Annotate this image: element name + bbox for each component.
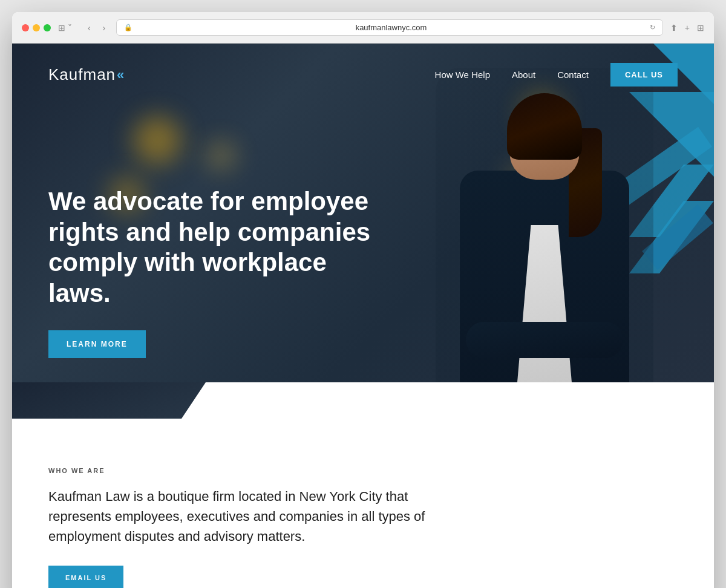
grid-button[interactable]: ⊞ <box>697 23 704 33</box>
call-us-button[interactable]: CALL US <box>610 63 678 87</box>
site-logo[interactable]: Kaufman « <box>48 65 124 84</box>
learn-more-button[interactable]: LEARN MORE <box>48 330 146 358</box>
sidebar-toggle-button[interactable]: ⊞ ˅ <box>58 23 72 33</box>
new-tab-button[interactable]: + <box>685 23 690 33</box>
bokeh-light-1 <box>133 116 182 165</box>
address-bar[interactable]: 🔒 kaufmanlawnyc.com ↻ <box>116 19 663 36</box>
url-display: kaufmanlawnyc.com <box>137 23 645 32</box>
dot-close[interactable] <box>22 24 29 31</box>
hero-headline: We advocate for employee rights and help… <box>48 186 387 309</box>
nav-how-we-help[interactable]: How We Help <box>435 70 490 80</box>
navigation: Kaufman « How We Help About Contact CALL… <box>12 44 714 106</box>
browser-dots <box>22 24 51 31</box>
share-button[interactable]: ⬆ <box>670 23 678 33</box>
logo-chevron-icon: « <box>117 67 124 83</box>
section-label: WHO WE ARE <box>48 467 678 474</box>
email-us-button[interactable]: EMAIL US <box>48 566 123 588</box>
browser-toolbar: ⊞ ˅ ‹ › 🔒 kaufmanlawnyc.com ↻ ⬆ + ⊞ <box>12 12 714 44</box>
nav-contact[interactable]: Contact <box>557 70 589 80</box>
hero-person <box>436 68 653 431</box>
back-button[interactable]: ‹ <box>84 22 94 34</box>
logo-text: Kaufman <box>48 65 116 84</box>
browser-window: ⊞ ˅ ‹ › 🔒 kaufmanlawnyc.com ↻ ⬆ + ⊞ <box>12 12 714 588</box>
browser-nav: ‹ › <box>84 22 109 34</box>
dot-minimize[interactable] <box>33 24 40 31</box>
nav-links: How We Help About Contact CALL US <box>435 63 678 87</box>
forward-button[interactable]: › <box>99 22 110 34</box>
hero-section: Kaufman « How We Help About Contact CALL… <box>12 44 714 431</box>
lock-icon: 🔒 <box>124 24 132 31</box>
hero-content: We advocate for employee rights and help… <box>48 186 387 358</box>
section-body-text: Kaufman Law is a boutique firm located i… <box>48 486 460 546</box>
website: Kaufman « How We Help About Contact CALL… <box>12 44 714 588</box>
bokeh-light-3 <box>206 140 236 171</box>
refresh-icon[interactable]: ↻ <box>650 24 655 31</box>
nav-about[interactable]: About <box>512 70 535 80</box>
dot-maximize[interactable] <box>44 24 51 31</box>
browser-actions: ⬆ + ⊞ <box>670 23 704 33</box>
about-section: WHO WE ARE Kaufman Law is a boutique fir… <box>12 431 714 588</box>
